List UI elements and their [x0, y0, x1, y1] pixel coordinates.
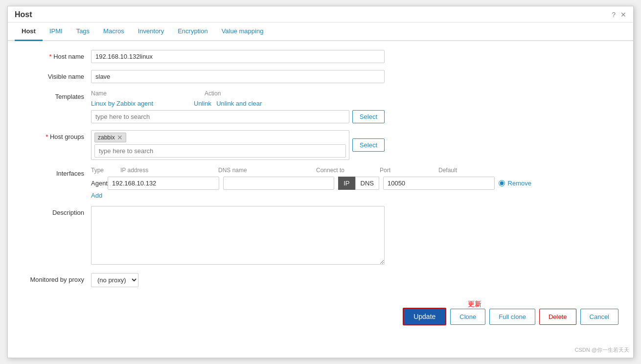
host-groups-label: * Host groups: [23, 130, 91, 140]
tab-inventory[interactable]: Inventory: [131, 23, 171, 41]
iface-col-dns: DNS name: [218, 167, 316, 174]
templates-label: Templates: [23, 90, 91, 100]
templates-col-action: Action: [205, 90, 221, 97]
template-unlink-clear[interactable]: Unlink and clear: [216, 100, 262, 107]
host-name-label: * Host name: [23, 50, 91, 60]
templates-section: Name Action Linux by Zabbix agent Unlink…: [91, 90, 385, 123]
visible-name-input[interactable]: [91, 70, 385, 83]
iface-col-connect: Connect to: [316, 167, 380, 174]
templates-col-name: Name: [91, 90, 107, 97]
tab-tags[interactable]: Tags: [69, 23, 96, 41]
remove-link[interactable]: Remove: [508, 180, 531, 187]
template-link[interactable]: Linux by Zabbix agent: [91, 100, 189, 107]
full-clone-button[interactable]: Full clone: [489, 309, 535, 325]
update-button[interactable]: Update: [403, 308, 446, 325]
iface-col-port: Port: [380, 167, 438, 174]
tab-encryption[interactable]: Encryption: [171, 23, 214, 41]
tab-macros[interactable]: Macros: [96, 23, 131, 41]
visible-name-label: Visible name: [23, 70, 91, 80]
agent-port-input[interactable]: [383, 177, 495, 190]
connect-dns-button[interactable]: DNS: [355, 177, 379, 190]
add-interface-link[interactable]: Add: [91, 192, 102, 199]
iface-col-default: Default: [438, 167, 487, 174]
host-group-tag: zabbix ✕: [94, 133, 126, 142]
host-groups-input-area[interactable]: zabbix ✕: [91, 130, 349, 160]
proxy-label: Monitored by proxy: [23, 273, 91, 283]
cancel-button[interactable]: Cancel: [580, 309, 618, 325]
default-radio[interactable]: [499, 180, 505, 186]
host-name-input[interactable]: [91, 50, 385, 63]
agent-ip-input[interactable]: [108, 177, 219, 190]
agent-dns-input[interactable]: [223, 177, 335, 190]
watermark: CSDN @你一生若天天: [575, 346, 629, 354]
form-footer: 更新 Update Clone Full clone Delete Cancel: [8, 303, 633, 332]
host-groups-search-input[interactable]: [94, 144, 346, 158]
tab-value-mapping[interactable]: Value mapping: [215, 23, 271, 41]
close-icon[interactable]: ✕: [620, 11, 626, 19]
tag-chip-remove[interactable]: ✕: [117, 134, 123, 141]
help-icon[interactable]: ?: [612, 11, 616, 19]
template-select-button[interactable]: Select: [352, 110, 385, 123]
interfaces-section: Type IP address DNS name Connect to Port…: [91, 167, 531, 199]
delete-button[interactable]: Delete: [539, 309, 576, 325]
clone-button[interactable]: Clone: [450, 309, 485, 325]
tab-ipmi[interactable]: IPMI: [43, 23, 69, 41]
iface-col-ip: IP address: [120, 167, 218, 174]
update-label: 更新: [468, 300, 481, 309]
dialog-title: Host: [15, 10, 32, 19]
host-groups-control: zabbix ✕ Select: [91, 130, 385, 160]
connect-ip-button[interactable]: IP: [338, 177, 355, 190]
template-unlink[interactable]: Unlink: [194, 100, 211, 107]
host-groups-select-button[interactable]: Select: [352, 138, 385, 152]
required-star: *: [49, 53, 51, 60]
description-label: Description: [23, 206, 91, 216]
iface-col-type: Type: [91, 167, 120, 174]
agent-type-label: Agent: [91, 180, 108, 187]
interfaces-label: Interfaces: [23, 167, 91, 177]
form-body: * Host name Visible name Templates: [8, 41, 633, 303]
required-star-groups: *: [46, 133, 48, 140]
proxy-select[interactable]: (no proxy): [91, 273, 138, 287]
tab-host[interactable]: Host: [15, 23, 43, 41]
tab-bar: Host IPMI Tags Macros Inventory Encrypti…: [8, 23, 633, 41]
description-textarea[interactable]: [91, 206, 385, 265]
template-search-input[interactable]: [91, 110, 349, 123]
